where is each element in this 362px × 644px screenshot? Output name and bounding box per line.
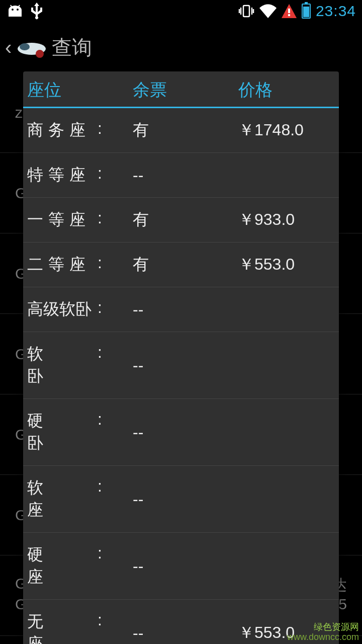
avail-value: 有	[133, 119, 238, 141]
status-bar: 23:34	[0, 0, 362, 22]
seat-label: 高级软卧	[27, 298, 98, 320]
seat-row[interactable]: 一等座:有￥933.0	[23, 198, 339, 243]
colon: :	[98, 254, 113, 276]
seat-row[interactable]: 硬座:--	[23, 533, 339, 600]
header-price: 价格	[238, 78, 335, 102]
avail-value: 有	[133, 209, 238, 231]
colon: :	[98, 477, 113, 521]
dialog-body: 商务座:有￥1748.0特等座:--一等座:有￥933.0二等座:有￥553.0…	[23, 108, 339, 644]
vibrate-icon	[238, 4, 254, 19]
svg-point-1	[17, 9, 19, 11]
seat-row[interactable]: 高级软卧:--	[23, 287, 339, 332]
svg-rect-4	[288, 14, 290, 16]
price-value: ￥1748.0	[238, 119, 335, 141]
colon: :	[98, 164, 113, 186]
avail-value: --	[133, 490, 238, 509]
seat-row[interactable]: 商务座:有￥1748.0	[23, 108, 339, 153]
status-time: 23:34	[316, 3, 356, 20]
seat-row[interactable]: 软座:--	[23, 466, 339, 533]
app-logo-icon	[17, 37, 47, 58]
seat-label: 二等座	[27, 254, 98, 276]
header-avail: 余票	[133, 78, 238, 102]
colon: :	[98, 298, 113, 320]
seat-label: 硬卧	[27, 410, 98, 454]
watermark: 绿色资源网 www.downcc.com	[287, 622, 359, 642]
seat-row[interactable]: 硬卧:--	[23, 399, 339, 466]
battery-icon	[302, 4, 311, 19]
page-title: 查询	[52, 34, 92, 61]
dialog-header: 座位 余票 价格	[23, 71, 339, 108]
app-header: ‹ 查询	[0, 22, 362, 72]
seat-row[interactable]: 特等座:--	[23, 153, 339, 198]
back-button[interactable]: ‹	[5, 36, 12, 59]
warning-icon	[282, 4, 297, 18]
usb-icon	[31, 3, 42, 20]
colon: :	[98, 611, 113, 644]
avail-value: --	[133, 166, 238, 185]
seat-label: 商务座	[27, 119, 98, 141]
price-value: ￥553.0	[238, 254, 335, 276]
android-icon	[6, 4, 24, 18]
price-value: ￥933.0	[238, 209, 335, 231]
avail-value: --	[133, 356, 238, 375]
svg-rect-2	[243, 6, 249, 17]
colon: :	[98, 544, 113, 588]
svg-point-0	[12, 9, 14, 11]
seat-availability-dialog: 座位 余票 价格 商务座:有￥1748.0特等座:--一等座:有￥933.0二等…	[23, 71, 339, 644]
seat-label: 无座	[27, 611, 98, 644]
watermark-text: 绿色资源网	[287, 622, 359, 632]
avail-value: --	[133, 624, 238, 642]
colon: :	[98, 119, 113, 141]
avail-value: 有	[133, 254, 238, 276]
seat-label: 软座	[27, 477, 98, 521]
header-seat: 座位	[27, 78, 133, 102]
colon: :	[98, 343, 113, 387]
svg-rect-3	[288, 9, 290, 13]
watermark-url: www.downcc.com	[287, 632, 359, 642]
seat-row[interactable]: 二等座:有￥553.0	[23, 243, 339, 287]
wifi-icon	[259, 4, 277, 18]
svg-point-7	[36, 50, 44, 58]
colon: :	[98, 209, 113, 231]
avail-value: --	[133, 423, 238, 442]
avail-value: --	[133, 300, 238, 319]
colon: :	[98, 410, 113, 454]
seat-row[interactable]: 软卧:--	[23, 332, 339, 399]
seat-label: 软卧	[27, 343, 98, 387]
seat-label: 一等座	[27, 209, 98, 231]
seat-label: 硬座	[27, 544, 98, 588]
svg-point-6	[20, 43, 30, 50]
seat-label: 特等座	[27, 164, 98, 186]
avail-value: --	[133, 557, 238, 576]
